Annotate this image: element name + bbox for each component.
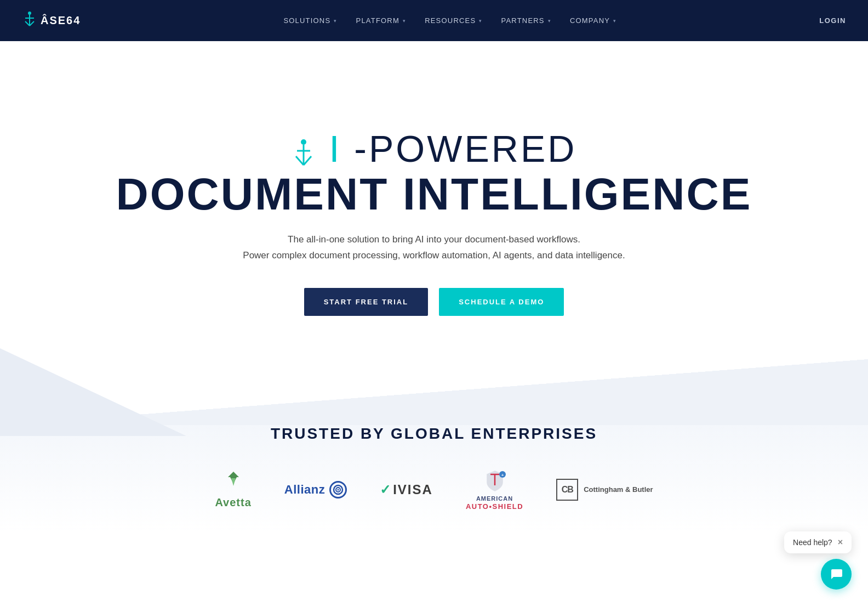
svg-marker-11 — [231, 478, 236, 486]
logos-row: Avetta Allianz ✓ IVISA — [22, 469, 846, 511]
bg-shape — [0, 348, 186, 436]
nav-item-partners[interactable]: PARTNERS ▾ — [495, 12, 558, 29]
svg-point-14 — [338, 489, 339, 491]
hero-ai-line: I -POWERED — [292, 128, 577, 169]
chevron-down-icon: ▾ — [548, 18, 551, 24]
hero-doc-line: DOCUMENT INTELLIGENCE — [116, 169, 752, 219]
hero-subtitle: The all-in-one solution to bring AI into… — [243, 232, 625, 264]
svg-line-2 — [25, 21, 30, 26]
avetta-text: Avetta — [215, 496, 251, 509]
nav-links: SOLUTIONS ▾ PLATFORM ▾ RESOURCES ▾ PARTN… — [277, 12, 623, 29]
schedule-demo-button[interactable]: SCHEDULE A DEMO — [439, 288, 564, 316]
avetta-logo: Avetta — [215, 471, 251, 509]
hero-section: I -POWERED DOCUMENT INTELLIGENCE The all… — [0, 41, 868, 392]
svg-line-8 — [304, 156, 311, 165]
trusted-title: TRUSTED BY GLOBAL ENTERPRISES — [22, 425, 846, 443]
hero-subtitle-line1: The all-in-one solution to bring AI into… — [288, 234, 580, 245]
ivisa-check-icon: ✓ — [380, 482, 391, 497]
nav-platform-label: PLATFORM — [356, 16, 399, 25]
svg-text:+: + — [501, 473, 504, 478]
allianz-text: Allianz — [284, 483, 325, 497]
aas-text: AMERICAN AUTO•SHIELD — [466, 495, 523, 511]
logo[interactable]: ÂSE64 — [22, 10, 81, 31]
chevron-down-icon: ▾ — [479, 18, 482, 24]
start-free-trial-button[interactable]: START FREE TRIAL — [304, 288, 429, 316]
chevron-down-icon: ▾ — [613, 18, 616, 24]
allianz-logo: Allianz — [284, 481, 347, 499]
chat-bubble: Need help? × — [784, 531, 852, 533]
logo-text: ÂSE64 — [41, 14, 81, 27]
avetta-icon — [224, 471, 243, 494]
allianz-icon — [329, 481, 347, 499]
ivisa-logo: ✓ IVISA — [380, 482, 433, 497]
chevron-down-icon: ▾ — [403, 18, 406, 24]
svg-line-7 — [296, 156, 304, 165]
navbar: ÂSE64 SOLUTIONS ▾ PLATFORM ▾ RESOURCES ▾… — [0, 0, 868, 41]
cb-text: Cottingham & Butler — [584, 485, 653, 495]
american-auto-shield-logo: + AMERICAN AUTO•SHIELD — [466, 469, 523, 511]
aas-shield-icon: + — [483, 469, 507, 495]
trusted-section: TRUSTED BY GLOBAL ENTERPRISES Avetta All… — [0, 392, 868, 533]
logo-icon — [22, 10, 37, 31]
nav-solutions-label: SOLUTIONS — [283, 16, 330, 25]
nav-item-company[interactable]: COMPANY ▾ — [563, 12, 623, 29]
nav-resources-label: RESOURCES — [425, 16, 476, 25]
nav-item-platform[interactable]: PLATFORM ▾ — [350, 12, 413, 29]
svg-point-0 — [28, 12, 31, 15]
hero-ai-letter: I — [329, 128, 342, 169]
chat-widget: Need help? × — [784, 531, 852, 533]
nav-company-label: COMPANY — [570, 16, 610, 25]
hero-subtitle-line2: Power complex document processing, workf… — [243, 250, 625, 260]
hero-powered-text: -POWERED — [354, 128, 576, 169]
cottingham-butler-logo: CB Cottingham & Butler — [556, 479, 653, 501]
svg-point-5 — [301, 139, 306, 145]
nav-item-resources[interactable]: RESOURCES ▾ — [418, 12, 489, 29]
svg-line-3 — [30, 21, 34, 26]
login-button[interactable]: LOGIN — [819, 16, 846, 25]
hero-buttons: START FREE TRIAL SCHEDULE A DEMO — [304, 288, 564, 316]
nav-item-solutions[interactable]: SOLUTIONS ▾ — [277, 12, 344, 29]
chevron-down-icon: ▾ — [334, 18, 337, 24]
nav-partners-label: PARTNERS — [501, 16, 545, 25]
ivisa-text: IVISA — [393, 482, 433, 497]
cb-box-icon: CB — [556, 479, 578, 501]
